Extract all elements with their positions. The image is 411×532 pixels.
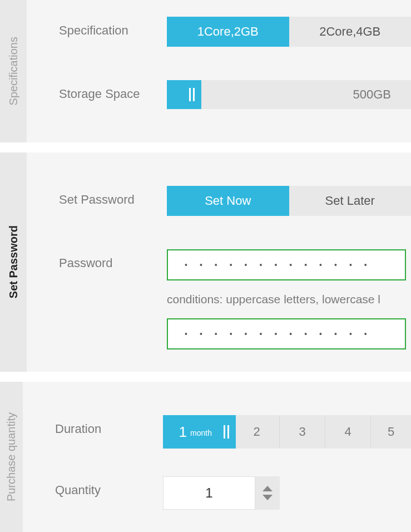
duration-row: Duration 1 month 2 3 4 5	[23, 415, 411, 449]
duration-option-5[interactable]: 5	[371, 415, 411, 449]
storage-row: Storage Space 500GB	[27, 80, 411, 109]
password-section: Set Password Set Password Set Now Set La…	[0, 152, 411, 372]
specifications-content: Specification 1Core,2GB 2Core,4GB Storag…	[27, 0, 411, 142]
password-input-row: Password ••••••••••••• conditions: upper…	[27, 249, 411, 349]
specification-controls: 1Core,2GB 2Core,4GB	[167, 17, 411, 47]
quantity-controls	[163, 476, 411, 510]
purchase-side-label: Purchase quantity	[0, 382, 23, 532]
storage-value: 500GB	[353, 87, 392, 102]
quantity-label: Quantity	[23, 476, 163, 497]
specification-row: Specification 1Core,2GB 2Core,4GB	[27, 17, 411, 47]
password-label: Password	[27, 249, 167, 270]
quantity-up-icon[interactable]	[263, 486, 273, 491]
password-input-controls: ••••••••••••• conditions: uppercase lett…	[167, 249, 411, 349]
duration-group: 1 month 2 3 4 5	[163, 415, 411, 449]
storage-slider-handle[interactable]	[182, 80, 201, 109]
set-now-button[interactable]: Set Now	[167, 186, 289, 216]
set-later-button[interactable]: Set Later	[289, 186, 412, 216]
duration-controls: 1 month 2 3 4 5	[163, 415, 411, 449]
quantity-down-icon[interactable]	[263, 495, 273, 500]
specifications-side-label: Specifications	[0, 0, 27, 142]
quantity-row: Quantity	[23, 476, 411, 510]
set-password-row: Set Password Set Now Set Later	[27, 186, 411, 216]
quantity-input[interactable]	[163, 476, 255, 510]
password-field[interactable]: •••••••••••••	[167, 249, 406, 280]
duration-option-3[interactable]: 3	[280, 415, 325, 449]
specifications-section: Specifications Specification 1Core,2GB 2…	[0, 0, 411, 142]
duration-label: Duration	[23, 415, 163, 436]
password-content: Set Password Set Now Set Later Password …	[27, 152, 411, 372]
purchase-section: Purchase quantity Duration 1 month 2 3 4…	[0, 382, 411, 532]
storage-slider[interactable]: 500GB	[167, 80, 411, 109]
password-side-label: Set Password	[0, 152, 27, 372]
spec-option-1core[interactable]: 1Core,2GB	[167, 17, 289, 47]
password-hint: conditions: uppercase letters, lowercase…	[167, 293, 411, 306]
duration-option-2[interactable]: 2	[234, 415, 280, 449]
set-password-button-group: Set Now Set Later	[167, 186, 411, 216]
spec-option-2core[interactable]: 2Core,4GB	[289, 17, 412, 47]
storage-label: Storage Space	[27, 80, 167, 101]
specification-button-group: 1Core,2GB 2Core,4GB	[167, 17, 411, 47]
duration-slider-handle[interactable]	[217, 415, 236, 449]
password-confirm-field[interactable]: •••••••••••••	[167, 318, 406, 349]
quantity-stepper	[255, 476, 280, 510]
set-password-label: Set Password	[27, 186, 167, 207]
storage-controls: 500GB	[167, 80, 411, 109]
duration-option-4[interactable]: 4	[325, 415, 371, 449]
purchase-content: Duration 1 month 2 3 4 5 Quantity	[23, 382, 411, 532]
set-password-controls: Set Now Set Later	[167, 186, 411, 216]
specification-label: Specification	[27, 17, 167, 38]
quantity-wrapper	[163, 476, 411, 510]
